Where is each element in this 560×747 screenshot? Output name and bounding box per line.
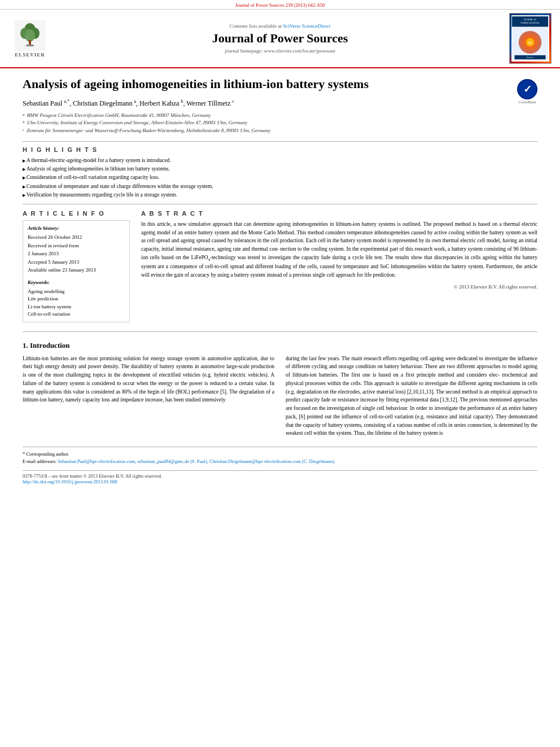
keywords-title: Keywords:	[28, 278, 125, 286]
intro-left-col: Lithium-ion batteries are the most promi…	[23, 355, 274, 438]
highlights-title: H I G H L I G H T S	[23, 146, 537, 153]
journal-homepage: journal homepage: www.elsevier.com/locat…	[225, 48, 335, 54]
abstract-title: A B S T R A C T	[141, 210, 537, 217]
svg-text:Elsevier: Elsevier	[527, 56, 534, 59]
copyright-notice: © 2013 Elsevier B.V. All rights reserved…	[141, 284, 537, 290]
abstract-text: In this article, a new simulative approa…	[141, 220, 537, 279]
elsevier-brand-name: ELSEVIER	[15, 52, 45, 58]
affiliation-a: BMW Peugeot Citroën Electrification GmbH…	[27, 112, 211, 120]
article-title: Analysis of ageing inhomogeneities in li…	[23, 76, 537, 93]
sciverse-text: Contents lists available at SciVerse Sci…	[230, 23, 331, 29]
highlight-item: Verification by measurements regarding c…	[23, 191, 537, 199]
email-label: E-mail addresses:	[23, 458, 56, 464]
email-line: E-mail addresses: Sebastian.Paul@bpc-ele…	[23, 458, 537, 465]
journal-header: ELSEVIER Contents lists available at Sci…	[0, 10, 560, 68]
section-title: Introduction	[30, 341, 70, 350]
journal-reference-text: Journal of Power Sources 239 (2013) 642–…	[235, 2, 325, 8]
affiliation-b: Ulm University, Institute of Energy Conv…	[27, 119, 247, 127]
footer-issn: 0378-7753/$ – see front matter © 2013 El…	[23, 473, 537, 479]
journal-name: Journal of Power Sources	[212, 31, 348, 46]
svg-text:✓: ✓	[523, 84, 532, 95]
corresponding-author-note: * Corresponding author.	[23, 451, 537, 458]
journal-reference-bar: Journal of Power Sources 239 (2013) 642–…	[0, 0, 560, 10]
introduction-body: Lithium-ion batteries are the most promi…	[23, 355, 537, 438]
journal-title-area: Contents lists available at SciVerse Sci…	[55, 13, 505, 64]
article-info-abstract-layout: A R T I C L E I N F O Article history: R…	[23, 210, 537, 322]
accepted-date: Accepted 5 January 2013	[28, 258, 125, 266]
crossmark-icon: ✓	[517, 79, 537, 99]
keyword-1: Ageing modelling	[28, 288, 125, 296]
svg-point-4	[25, 29, 35, 42]
highlight-item: Consideration of cell-to-cell variation …	[23, 173, 537, 182]
svg-rect-6	[26, 45, 34, 46]
main-content: ✓ CrossMark Analysis of ageing inhomogen…	[0, 68, 560, 492]
authors-line: Sebastian Paul a,*, Christian Diegelmann…	[23, 98, 537, 108]
intro-right-col: during the last few years. The main rese…	[286, 355, 537, 438]
highlight-item: Analysis of ageing inhomogeneities in li…	[23, 165, 537, 173]
affiliation-c: Zentrum für Sonnenenergie- und Wassersto…	[27, 127, 270, 135]
article-dates: Received 26 October 2012 Received in rev…	[28, 233, 125, 274]
highlights-list: A thermal-electric-ageing-model for a ba…	[23, 156, 537, 199]
introduction-section-header: 1. Introduction	[23, 341, 537, 350]
divider-2	[23, 204, 537, 204]
affiliations: a BMW Peugeot Citroën Electrification Gm…	[23, 112, 537, 135]
svg-text:POWER SOURCES: POWER SOURCES	[521, 22, 540, 24]
available-online-date: Available online 23 January 2013	[28, 266, 125, 274]
journal-cover-image: JOURNAL OF POWER SOURCES PS Elsevier	[509, 13, 552, 64]
article-info-box: Article history: Received 26 October 201…	[23, 220, 130, 322]
highlight-item: Consideration of temperature and state o…	[23, 182, 537, 191]
sciverse-link[interactable]: SciVerse ScienceDirect	[283, 23, 330, 29]
article-info-title: A R T I C L E I N F O	[23, 210, 130, 217]
keyword-3: Li-ion battery system	[28, 303, 125, 311]
footer-doi: http://dx.doi.org/10.1016/j.jpowsour.201…	[23, 479, 537, 484]
article-info-column: A R T I C L E I N F O Article history: R…	[23, 210, 130, 322]
crossmark-label: CrossMark	[517, 100, 537, 104]
footnote-area: * Corresponding author. E-mail addresses…	[23, 447, 537, 465]
doi-link[interactable]: http://dx.doi.org/10.1016/j.jpowsour.201…	[23, 479, 117, 484]
abstract-column: A B S T R A C T In this article, a new s…	[141, 210, 537, 322]
divider-1	[23, 141, 537, 142]
svg-text:JOURNAL OF: JOURNAL OF	[523, 19, 537, 21]
divider-3	[23, 331, 537, 332]
elsevier-logo-area: ELSEVIER	[5, 13, 55, 64]
keyword-4: Cell-to-cell variation	[28, 311, 125, 318]
received-revised-label: Received in revised form	[28, 242, 125, 250]
keyword-2: Life prediction	[28, 295, 125, 303]
article-history-title: Article history:	[28, 224, 125, 232]
journal-cover-area: JOURNAL OF POWER SOURCES PS Elsevier	[505, 13, 555, 64]
email-addresses: Sebastian.Paul@bpc-electrification.com, …	[58, 458, 335, 464]
homepage-text: journal homepage: www.elsevier.com/locat…	[225, 48, 335, 54]
section-number: 1.	[23, 341, 28, 350]
svg-text:PS: PS	[528, 42, 532, 45]
page-footer: 0378-7753/$ – see front matter © 2013 El…	[23, 470, 537, 484]
highlight-item: A thermal-electric-ageing-model for a ba…	[23, 156, 537, 165]
revised-date: 2 January 2013	[28, 250, 125, 257]
received-date: Received 26 October 2012	[28, 233, 125, 241]
